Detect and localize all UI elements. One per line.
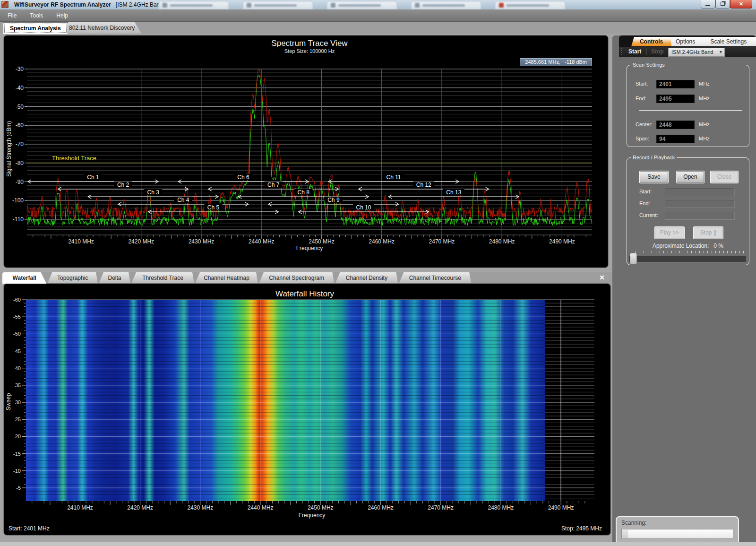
max-hold-trace <box>27 69 592 219</box>
main-tab-spectrum-analysis[interactable]: Spectrum Analysis <box>3 22 68 34</box>
svg-text:Ch 6: Ch 6 <box>237 174 249 181</box>
svg-text:Ch 4: Ch 4 <box>177 197 189 203</box>
band-selector-dropdown[interactable]: ISM 2.4GHz Band ▼ <box>668 48 725 57</box>
close-file-button[interactable]: Close <box>710 171 739 183</box>
scan-center-input[interactable] <box>656 121 695 129</box>
restore-button[interactable] <box>715 0 730 9</box>
svg-text:2490 MHz: 2490 MHz <box>548 504 574 511</box>
minimize-button[interactable] <box>701 0 715 9</box>
svg-text:-50: -50 <box>13 331 21 337</box>
window-title: WifiSurveyor RF Spectrum Analyzer [ISM 2… <box>14 1 164 8</box>
svg-text:Ch 11: Ch 11 <box>387 174 401 181</box>
window-title-suffix: [ISM 2.4GHz Band] <box>116 1 164 8</box>
scan-center-unit: MHz <box>699 121 710 127</box>
view-tab-threshold-trace[interactable]: Threshold Trace <box>131 272 194 284</box>
menu-item-help[interactable]: Help <box>51 10 74 21</box>
svg-text:2460 MHz: 2460 MHz <box>369 238 395 245</box>
window-controls: ✕ <box>701 0 752 9</box>
cursor-readout: 2485.661 MHz, -118 dBm <box>520 58 592 66</box>
play-button[interactable]: Play >> <box>654 226 685 239</box>
background-browser-tab <box>242 1 313 9</box>
svg-text:2450 MHz: 2450 MHz <box>308 504 334 511</box>
record-current-field <box>665 212 735 220</box>
view-tab-channel-spectrogram[interactable]: Channel Spectrogram <box>259 272 334 284</box>
playback-stop-button[interactable]: Stop || <box>693 226 723 239</box>
svg-text:Ch 2: Ch 2 <box>117 182 129 188</box>
svg-text:2480 MHz: 2480 MHz <box>489 238 515 245</box>
spectrum-subtitle: Step Size: 100000 Hz <box>284 48 335 54</box>
scan-end-input[interactable] <box>656 95 695 103</box>
view-tab-topographic[interactable]: Topographic <box>47 272 98 284</box>
scan-settings-group: Scan Settings Start:MHzEnd:MHzCenter:MHz… <box>627 62 749 147</box>
record-end-field <box>665 200 735 208</box>
close-icon: ✕ <box>739 1 743 7</box>
save-button[interactable]: Save <box>639 171 669 183</box>
svg-text:-5: -5 <box>16 485 21 491</box>
svg-text:2420 MHz: 2420 MHz <box>128 238 154 245</box>
slider-track[interactable] <box>629 256 746 262</box>
approximate-location-label: Approximate Location: <box>653 243 709 249</box>
menu-item-file[interactable]: File <box>2 10 22 21</box>
svg-text:2410 MHz: 2410 MHz <box>67 504 93 511</box>
svg-text:2470 MHz: 2470 MHz <box>429 238 455 245</box>
scan-start-input[interactable] <box>656 80 695 88</box>
svg-text:-10: -10 <box>13 468 21 474</box>
svg-text:-80: -80 <box>16 160 24 166</box>
scan-span-unit: MHz <box>699 136 710 141</box>
svg-text:2470 MHz: 2470 MHz <box>428 504 454 511</box>
status-start-label: Start: 2401 MHz <box>9 525 50 532</box>
waterfall-ylabel: Sweep <box>5 393 12 410</box>
background-browser-tab <box>326 1 397 9</box>
svg-text:Ch 7: Ch 7 <box>267 182 280 188</box>
waterfall-panel: Waterfall History-60-55-50-45-40-35-30-2… <box>4 284 610 535</box>
close-button[interactable]: ✕ <box>730 0 752 9</box>
svg-text:-50: -50 <box>16 104 24 110</box>
panel-tab-options[interactable]: Options <box>667 37 704 46</box>
svg-text:Ch 13: Ch 13 <box>446 189 461 196</box>
view-tab-waterfall[interactable]: Waterfall <box>2 272 46 284</box>
spectrum-ylabel: Signal Strength (dBm) <box>6 121 12 177</box>
record-current-label: Current: <box>639 212 658 218</box>
svg-text:-40: -40 <box>13 365 21 371</box>
panel-tab-scale-settings[interactable]: Scale Settings <box>699 37 756 46</box>
svg-text:-90: -90 <box>16 179 24 185</box>
svg-text:-30: -30 <box>13 399 21 405</box>
panel-tab-controls[interactable]: Controls <box>631 37 671 46</box>
svg-text:Ch 12: Ch 12 <box>416 182 431 188</box>
svg-text:-30: -30 <box>16 66 24 72</box>
view-tab-channel-timecourse[interactable]: Channel Timecourse <box>399 272 471 284</box>
menu-item-tools[interactable]: Tools <box>24 10 49 21</box>
main-tab-802-11-network-discovery[interactable]: 802.11 Network Discovery <box>62 22 141 34</box>
app-window: WifiSurveyor RF Spectrum Analyzer [ISM 2… <box>0 0 756 546</box>
view-tab-channel-heatmap[interactable]: Channel Heatmap <box>195 272 258 284</box>
scan-span-input[interactable] <box>656 135 695 143</box>
view-tab-channel-density[interactable]: Channel Density <box>335 272 398 284</box>
svg-text:Ch 3: Ch 3 <box>147 189 160 196</box>
stop-scan-button[interactable]: Stop <box>649 48 666 55</box>
window-title-text: WifiSurveyor RF Spectrum Analyzer <box>14 1 111 8</box>
record-end-label: End: <box>639 200 650 206</box>
spectrum-xlabel: Frequency <box>296 245 323 251</box>
view-tab-delta[interactable]: Delta <box>99 272 130 284</box>
background-browser-tab <box>411 1 481 9</box>
slider-thumb[interactable] <box>630 253 637 264</box>
spectrum-trace-panel[interactable]: Spectrum Trace ViewStep Size: 100000 Hz-… <box>4 35 608 268</box>
svg-text:-60: -60 <box>16 122 24 129</box>
svg-text:2440 MHz: 2440 MHz <box>248 504 274 511</box>
start-scan-button[interactable]: Start <box>627 48 643 55</box>
scanning-status-box: Scanning: <box>616 516 739 545</box>
svg-text:2430 MHz: 2430 MHz <box>188 504 214 511</box>
close-view-icon[interactable]: ✕ <box>599 274 605 281</box>
svg-text:2440 MHz: 2440 MHz <box>249 238 275 245</box>
open-button[interactable]: Open <box>676 171 704 183</box>
scanning-progress-bar <box>621 529 733 539</box>
dropdown-arrow-icon: ▼ <box>717 48 724 56</box>
svg-text:2460 MHz: 2460 MHz <box>368 504 394 511</box>
waterfall-title: Waterfall History <box>275 289 335 298</box>
threshold-trace: Threshold Trace <box>27 155 592 163</box>
svg-text:-45: -45 <box>13 348 21 354</box>
status-stop-label: Stop: 2495 MHz <box>561 525 602 532</box>
playback-position-slider[interactable] <box>629 251 746 265</box>
record-start-label: Start: <box>639 189 652 194</box>
record-playback-legend: Record / Playback <box>631 155 677 160</box>
